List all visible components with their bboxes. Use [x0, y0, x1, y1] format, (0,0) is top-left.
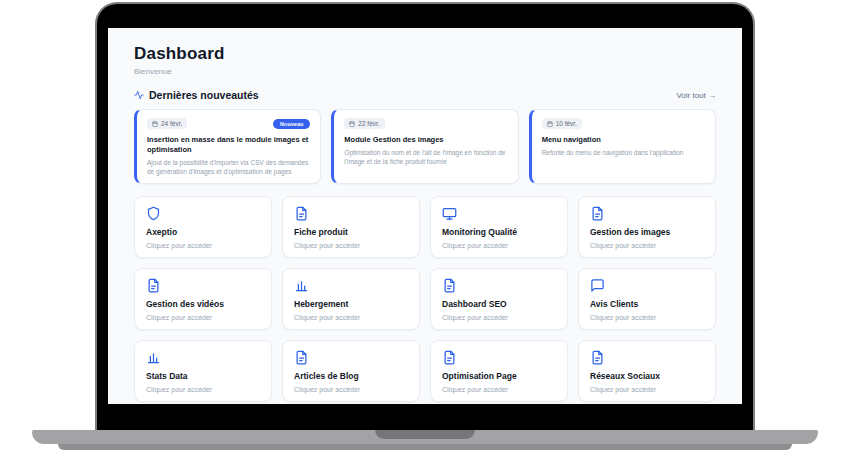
monitor-icon [442, 206, 556, 221]
laptop-screen-bezel: Dashboard Bienvenue Dernières nouveautés… [95, 2, 755, 430]
news-card[interactable]: 10 févr. Menu navigation Refonte du menu… [529, 109, 716, 184]
calendar-icon [152, 121, 158, 127]
module-title: Optimisation Page [442, 371, 556, 381]
laptop-bottom-strip [58, 444, 792, 450]
module-subtitle: Cliquez pour accéder [146, 386, 260, 393]
news-date: 10 févr. [556, 120, 577, 127]
news-description: Optimisation du nom et de l'alt de l'ima… [344, 148, 507, 167]
module-title: Gestion des images [590, 227, 704, 237]
modules-grid: Axeptio Cliquez pour accéder Fiche produ… [134, 196, 716, 402]
bar-chart-icon [146, 350, 260, 365]
document-icon [590, 206, 704, 221]
news-title: Insertion en masse dans le module images… [147, 135, 310, 155]
laptop-notch [375, 430, 475, 439]
module-card-optimisation-page[interactable]: Optimisation Page Cliquez pour accéder [430, 340, 568, 402]
module-title: Monitoring Qualité [442, 227, 556, 237]
document-icon [590, 350, 704, 365]
module-card-axeptio[interactable]: Axeptio Cliquez pour accéder [134, 196, 272, 258]
news-title: Module Gestion des images [344, 135, 507, 145]
date-chip: 24 févr. [147, 118, 187, 129]
module-card-hebergement[interactable]: Hebergement Cliquez pour accéder [282, 268, 420, 330]
laptop-mockup: Dashboard Bienvenue Dernières nouveautés… [0, 0, 850, 450]
document-icon [442, 278, 556, 293]
module-card-avis-clients[interactable]: Avis Clients Cliquez pour accéder [578, 268, 716, 330]
module-subtitle: Cliquez pour accéder [146, 242, 260, 249]
dashboard-screen: Dashboard Bienvenue Dernières nouveautés… [108, 28, 742, 404]
document-icon [294, 206, 408, 221]
module-card-fiche-produit[interactable]: Fiche produit Cliquez pour accéder [282, 196, 420, 258]
module-title: Dashboard SEO [442, 299, 556, 309]
shield-icon [146, 206, 260, 221]
news-card[interactable]: 24 févr. Nouveau Insertion en masse dans… [134, 109, 321, 184]
module-card-monitoring-qualite[interactable]: Monitoring Qualité Cliquez pour accéder [430, 196, 568, 258]
module-subtitle: Cliquez pour accéder [442, 314, 556, 321]
module-card-gestion-images[interactable]: Gestion des images Cliquez pour accéder [578, 196, 716, 258]
document-icon [442, 350, 556, 365]
module-subtitle: Cliquez pour accéder [442, 386, 556, 393]
module-title: Avis Clients [590, 299, 704, 309]
news-description: Ajout de la possibilité d'importer via C… [147, 158, 310, 177]
module-title: Hebergement [294, 299, 408, 309]
page-subtitle: Bienvenue [134, 67, 716, 76]
news-title: Menu navigation [542, 135, 705, 145]
date-chip: 10 févr. [542, 118, 582, 129]
module-card-gestion-videos[interactable]: Gestion des vidéos Cliquez pour accéder [134, 268, 272, 330]
document-icon [146, 278, 260, 293]
module-subtitle: Cliquez pour accéder [590, 314, 704, 321]
news-date: 22 févr. [358, 120, 379, 127]
module-title: Stats Data [146, 371, 260, 381]
news-section-title: Dernières nouveautés [149, 89, 259, 101]
view-all-link[interactable]: Voir tout → [676, 91, 716, 100]
news-row: 24 févr. Nouveau Insertion en masse dans… [134, 109, 716, 184]
module-title: Axeptio [146, 227, 260, 237]
module-card-stats-data[interactable]: Stats Data Cliquez pour accéder [134, 340, 272, 402]
module-subtitle: Cliquez pour accéder [590, 242, 704, 249]
date-chip: 22 févr. [344, 118, 384, 129]
module-subtitle: Cliquez pour accéder [294, 242, 408, 249]
module-subtitle: Cliquez pour accéder [146, 314, 260, 321]
module-subtitle: Cliquez pour accéder [294, 386, 408, 393]
module-card-reseaux-sociaux[interactable]: Réseaux Sociaux Cliquez pour accéder [578, 340, 716, 402]
module-title: Fiche produit [294, 227, 408, 237]
module-title: Articles de Blog [294, 371, 408, 381]
module-subtitle: Cliquez pour accéder [590, 386, 704, 393]
module-card-articles-blog[interactable]: Articles de Blog Cliquez pour accéder [282, 340, 420, 402]
chat-bubble-icon [590, 278, 704, 293]
news-description: Refonte du menu de navigation dans l'app… [542, 148, 705, 157]
module-subtitle: Cliquez pour accéder [294, 314, 408, 321]
document-icon [294, 350, 408, 365]
news-date: 24 févr. [161, 120, 182, 127]
module-title: Réseaux Sociaux [590, 371, 704, 381]
module-title: Gestion des vidéos [146, 299, 260, 309]
page-title: Dashboard [134, 44, 716, 64]
module-subtitle: Cliquez pour accéder [442, 242, 556, 249]
activity-icon [134, 90, 144, 100]
news-section-header: Dernières nouveautés Voir tout → [134, 89, 716, 101]
calendar-icon [349, 121, 355, 127]
module-card-dashboard-seo[interactable]: Dashboard SEO Cliquez pour accéder [430, 268, 568, 330]
calendar-icon [547, 121, 553, 127]
news-card[interactable]: 22 févr. Module Gestion des images Optim… [331, 109, 518, 184]
new-badge: Nouveau [273, 119, 310, 129]
bar-chart-icon [294, 278, 408, 293]
